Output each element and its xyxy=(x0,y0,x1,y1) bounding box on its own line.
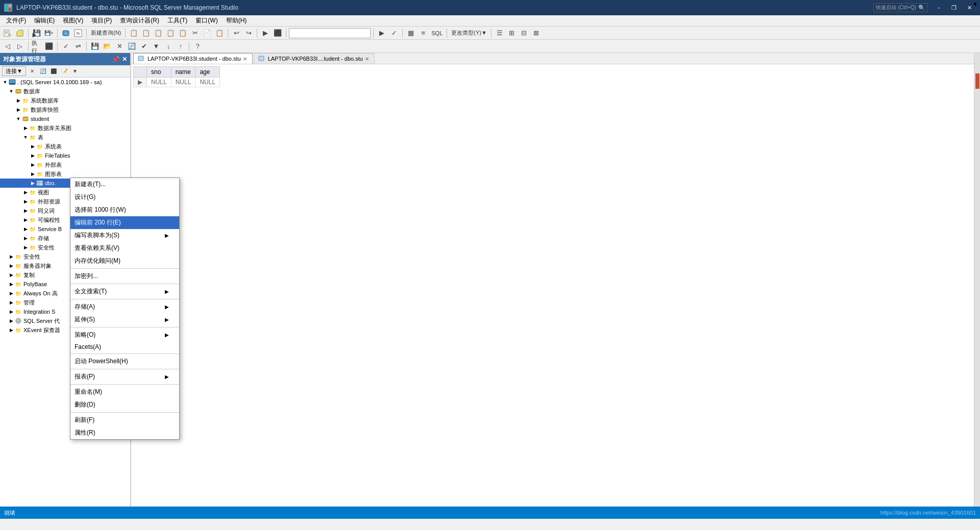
sec-expand[interactable]: ▶ xyxy=(8,254,14,260)
tb-stop[interactable]: ⬛ xyxy=(272,28,283,39)
tab-overflow[interactable]: ▼ xyxy=(972,1,978,7)
tb-cut[interactable]: ✂ xyxy=(189,28,201,39)
tb-btn-extra2[interactable]: ⊞ xyxy=(506,28,518,39)
tab-1[interactable]: LAPTOP-VKP6B33I.student - dbo.stu ✕ xyxy=(133,53,253,64)
tb2-refresh[interactable]: 🔄 xyxy=(126,41,137,52)
ctx-reports[interactable]: 报表(P) ▶ xyxy=(70,370,179,383)
sidebar-stop[interactable]: ⬛ xyxy=(49,67,58,76)
xe-expand[interactable]: ▶ xyxy=(8,327,14,333)
ext-res-expand[interactable]: ▶ xyxy=(22,198,29,205)
databases-expand[interactable]: ▼ xyxy=(8,88,14,94)
tree-external-tables[interactable]: ▶ 📁 外部表 xyxy=(0,160,130,169)
tb2-apply[interactable]: ✔ xyxy=(138,41,150,52)
tb2-filter[interactable]: ▼ xyxy=(151,41,162,52)
dbo-expand[interactable]: ▶ xyxy=(30,180,36,186)
tab-2-close[interactable]: ✕ xyxy=(365,56,369,62)
int-expand[interactable]: ▶ xyxy=(8,309,14,315)
srv-obj-expand[interactable]: ▶ xyxy=(8,263,14,269)
ctx-facets[interactable]: Facets(A) xyxy=(70,341,179,352)
tb2-btn4[interactable]: ↑ xyxy=(175,41,186,52)
ctx-policy[interactable]: 策略(O) ▶ xyxy=(70,329,179,341)
connect-button[interactable]: 连接▼ xyxy=(2,66,26,76)
tb-open[interactable] xyxy=(14,28,26,39)
sidebar-filter[interactable]: ▼ xyxy=(70,67,80,76)
tb2-save[interactable]: 💾 xyxy=(89,41,101,52)
syn-expand[interactable]: ▶ xyxy=(22,208,29,214)
snapshots-expand[interactable]: ▶ xyxy=(15,107,21,113)
tb-parse[interactable]: ✓ xyxy=(388,28,400,39)
sidebar-new-query[interactable]: 📝 xyxy=(60,67,69,76)
menu-project[interactable]: 项目(P) xyxy=(87,15,116,26)
maximize-button[interactable]: ❐ xyxy=(947,3,961,13)
sb-expand[interactable]: ▶ xyxy=(22,226,29,232)
tree-student-db[interactable]: ▼ student xyxy=(0,114,130,123)
tree-sys-tables[interactable]: ▶ 📁 系统表 xyxy=(0,142,130,151)
tree-tables[interactable]: ▼ 📁 表 xyxy=(0,133,130,142)
tb-paste[interactable]: 📋 xyxy=(214,28,225,39)
tab-1-close[interactable]: ✕ xyxy=(243,56,247,62)
ctx-view-deps[interactable]: 查看依赖关系(V) xyxy=(70,242,179,255)
tb2-parse[interactable]: ✓ xyxy=(60,41,71,52)
tb-btn7[interactable]: 📋 xyxy=(153,28,164,39)
tb-new-query[interactable] xyxy=(2,28,13,39)
tb2-cancel[interactable]: ✕ xyxy=(114,41,125,52)
tb-execute[interactable]: ▶ xyxy=(376,28,387,39)
sidebar-close[interactable]: ✕ xyxy=(122,56,127,63)
ctx-script[interactable]: 编写表脚本为(S) ▶ xyxy=(70,229,179,242)
tb-new-query2[interactable]: N xyxy=(72,28,84,39)
tree-databases[interactable]: ▼ 数据库 xyxy=(0,87,130,96)
menu-tools[interactable]: 工具(T) xyxy=(163,15,191,26)
tables-expand[interactable]: ▼ xyxy=(22,134,29,140)
ctx-edit-200[interactable]: 编辑前 200 行(E) xyxy=(70,216,179,229)
sidebar-refresh[interactable]: 🔄 xyxy=(38,67,47,76)
tb2-btn3[interactable]: ↓ xyxy=(163,41,174,52)
tb2-open[interactable]: 📂 xyxy=(102,41,113,52)
menu-window[interactable]: 窗口(W) xyxy=(191,15,222,26)
ext-tables-expand[interactable]: ▶ xyxy=(30,162,36,168)
tb-text[interactable]: ≡ xyxy=(418,28,429,39)
ctx-stretch[interactable]: 延伸(S) ▶ xyxy=(70,313,179,326)
ctx-encrypt[interactable]: 加密列... xyxy=(70,270,179,283)
tb-btn9[interactable]: 📋 xyxy=(177,28,188,39)
tree-db-diagram[interactable]: ▶ 📁 数据库关系图 xyxy=(0,123,130,133)
tb2-execute[interactable]: ▶ 执行(X) xyxy=(31,41,42,52)
agent-expand[interactable]: ▶ xyxy=(8,318,14,324)
ctx-properties[interactable]: 属性(R) xyxy=(70,426,179,439)
ctx-refresh[interactable]: 刷新(F) xyxy=(70,414,179,426)
tb-btn-extra1[interactable]: ☰ xyxy=(494,28,505,39)
tb-copy[interactable]: 📄 xyxy=(202,28,213,39)
tb-btn5[interactable]: 📋 xyxy=(128,28,139,39)
tb-save-all[interactable]: 💾+ xyxy=(43,28,55,39)
edge-handle[interactable] xyxy=(975,73,979,89)
prog-expand[interactable]: ▶ xyxy=(22,217,29,223)
sidebar-pin[interactable]: 📌 xyxy=(112,56,120,63)
repl-expand[interactable]: ▶ xyxy=(8,272,14,278)
menu-help[interactable]: 帮助(H) xyxy=(222,15,251,26)
ctx-powershell[interactable]: 启动 PowerShell(H) xyxy=(70,355,179,368)
mgmt-expand[interactable]: ▶ xyxy=(8,299,14,306)
tb-btn8[interactable]: 📋 xyxy=(165,28,176,39)
sys-tables-expand[interactable]: ▶ xyxy=(30,143,36,149)
diagram-expand[interactable]: ▶ xyxy=(22,125,29,131)
cell-age[interactable]: NULL xyxy=(195,78,220,87)
views-expand[interactable]: ▶ xyxy=(22,189,29,195)
tb2-btn2[interactable]: ▷ xyxy=(14,41,26,52)
server-expand[interactable]: ▼ xyxy=(2,79,8,85)
change-type-label[interactable]: 更改类型(Y)▼ xyxy=(450,29,488,37)
minimize-button[interactable]: － xyxy=(932,3,945,13)
tb-btn-extra4[interactable]: ⊠ xyxy=(531,28,542,39)
tab-2[interactable]: LAPTOP-VKP6B33I....tudent - dbo.stu ✕ xyxy=(254,53,375,64)
student-expand[interactable]: ▼ xyxy=(15,116,21,122)
tree-file-tables[interactable]: ▶ 📁 FileTables xyxy=(0,151,130,160)
tb-btn6[interactable]: 📋 xyxy=(140,28,152,39)
sec-db-expand[interactable]: ▶ xyxy=(22,244,29,250)
ctx-storage[interactable]: 存储(A) ▶ xyxy=(70,300,179,313)
ctx-new-table[interactable]: 新建表(T)... xyxy=(70,178,179,191)
tb2-stop[interactable]: ⬛ xyxy=(43,41,55,52)
db-selector[interactable] xyxy=(289,28,371,38)
tb2-toggle[interactable]: ⇌ xyxy=(72,41,84,52)
tb2-btn1[interactable]: ◁ xyxy=(2,41,13,52)
tree-db-snapshots[interactable]: ▶ 📁 数据库快照 xyxy=(0,105,130,114)
ctx-rename[interactable]: 重命名(M) xyxy=(70,386,179,398)
tb-redo[interactable]: ↪ xyxy=(243,28,254,39)
